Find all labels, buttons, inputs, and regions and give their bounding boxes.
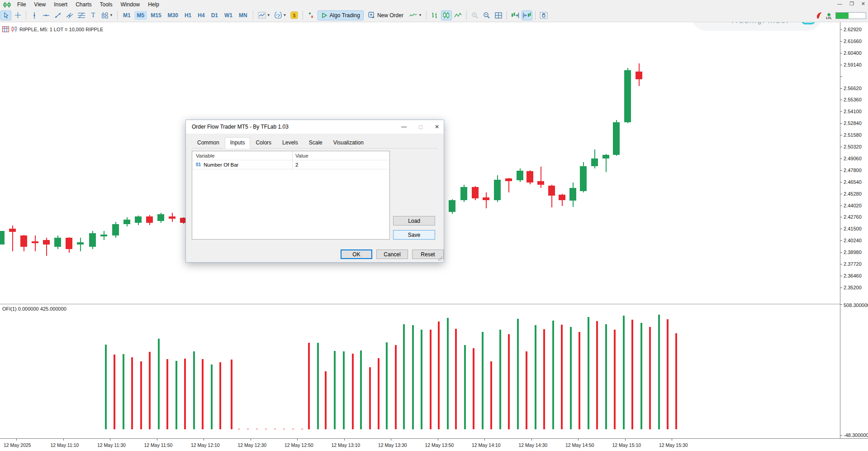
- tab-common[interactable]: Common: [192, 137, 225, 149]
- menu-item-file[interactable]: File: [13, 0, 30, 9]
- menu-item-charts[interactable]: Charts: [71, 0, 95, 9]
- chart-template-button[interactable]: ▼: [256, 10, 272, 20]
- indicator-bar: [166, 359, 168, 429]
- indicator-bar: [649, 327, 651, 429]
- screenshot-button[interactable]: [538, 10, 549, 20]
- time-label: 12 May 11:10: [51, 442, 79, 448]
- inputs-table[interactable]: Variable Value 01 Number Of Bar 2: [192, 151, 390, 240]
- indicator-scale-top-label: 508.300000: [844, 302, 868, 308]
- auto-scroll-icon: [523, 12, 531, 19]
- svg-text:$: $: [293, 13, 295, 18]
- dialog-title-bar[interactable]: Order Flow Trader MT5 - By TFLab 1.03 — …: [186, 120, 444, 134]
- indicator-bar: [517, 319, 519, 429]
- tab-scale[interactable]: Scale: [304, 137, 328, 149]
- input-row-variable[interactable]: 01 Number Of Bar: [196, 160, 238, 169]
- tab-colors[interactable]: Colors: [250, 137, 277, 149]
- price-label: 2.51580: [844, 132, 862, 138]
- timeframe-group: M1M5M15M30H1H4D1W1MN: [120, 11, 251, 20]
- toolbar-separator: [303, 11, 303, 20]
- indicator-bar: [508, 334, 510, 429]
- indicator-bar: [473, 348, 474, 429]
- pane-splitter[interactable]: [0, 304, 840, 304]
- menu-item-tools[interactable]: Tools: [96, 0, 117, 9]
- algo-trading-button[interactable]: Algo Trading: [318, 10, 364, 20]
- menu-item-view[interactable]: View: [30, 0, 50, 9]
- restore-button[interactable]: ❐: [849, 1, 854, 7]
- resize-grip[interactable]: [438, 256, 442, 261]
- ok-button[interactable]: OK: [341, 249, 372, 259]
- zoom-out-button[interactable]: [481, 10, 492, 20]
- auto-scroll-button[interactable]: [522, 10, 532, 20]
- price-tick: [840, 77, 842, 77]
- timeframe-d1[interactable]: D1: [209, 11, 221, 20]
- lvl-badge[interactable]: ◈ LVL: [826, 12, 832, 19]
- price-tick: [840, 100, 842, 100]
- indicator-bar: [675, 333, 677, 430]
- cursor-icon: [3, 12, 9, 19]
- indicator-bar: [231, 360, 232, 430]
- dialog-close-button[interactable]: ✕: [435, 124, 439, 130]
- toolbar: T ▼ M1M5M15M30H1H4D1W1MN ▼ ▼ $ Algo Trad…: [0, 9, 868, 22]
- chili-icon[interactable]: [816, 12, 822, 19]
- time-tick: [204, 439, 204, 441]
- tab-inputs[interactable]: Inputs: [225, 137, 251, 149]
- currency-button[interactable]: $: [289, 10, 300, 20]
- time-label: 12 May 12:30: [238, 442, 267, 448]
- time-tick: [578, 439, 579, 441]
- indicator-properties-dialog: Order Flow Trader MT5 - By TFLab 1.03 — …: [185, 120, 444, 263]
- new-order-button[interactable]: New Order: [365, 10, 407, 20]
- timeframe-h1[interactable]: H1: [182, 11, 194, 20]
- minimize-button[interactable]: —: [837, 1, 842, 7]
- window-controls: — ❐ ✕: [837, 1, 865, 7]
- save-button[interactable]: Save: [393, 230, 435, 240]
- channel-tool-button[interactable]: [64, 10, 75, 20]
- timeframe-w1[interactable]: W1: [222, 11, 235, 20]
- indicators-button[interactable]: ▼: [273, 10, 288, 20]
- new-order-icon: [368, 12, 375, 19]
- timeframe-m1[interactable]: M1: [120, 11, 133, 20]
- dialog-minimize-button[interactable]: —: [401, 124, 407, 130]
- candles-mode-button[interactable]: [441, 10, 452, 20]
- menu-item-insert[interactable]: Insert: [50, 0, 71, 9]
- price-axis[interactable]: 2.629202.616602.604002.591402.566202.553…: [840, 22, 868, 451]
- input-row-value[interactable]: 2: [295, 160, 298, 169]
- shapes-tool-button[interactable]: ▼: [100, 10, 114, 20]
- timeframe-m15[interactable]: M15: [148, 11, 164, 20]
- chevron-down-icon: ▼: [418, 13, 422, 17]
- indicator-bar: [140, 361, 142, 429]
- tab-levels[interactable]: Levels: [277, 137, 304, 149]
- zoom-in-button[interactable]: [470, 10, 480, 20]
- close-button[interactable]: ✕: [861, 1, 865, 7]
- buy-sell-arrows-button[interactable]: [306, 10, 317, 20]
- price-tick: [840, 182, 842, 182]
- time-axis[interactable]: 12 May 202512 May 11:1012 May 11:3012 Ma…: [0, 438, 868, 451]
- horizontal-line-tool-button[interactable]: [41, 10, 52, 20]
- load-button[interactable]: Load: [393, 216, 435, 226]
- indicator-bar: [499, 330, 501, 429]
- tile-windows-button[interactable]: [493, 10, 504, 20]
- bar-chart-mode-button[interactable]: [429, 10, 440, 20]
- menu-item-help[interactable]: Help: [144, 0, 163, 9]
- cancel-button[interactable]: Cancel: [376, 249, 408, 259]
- chart-shift-button[interactable]: [510, 10, 521, 20]
- draw-wave-button[interactable]: ▼: [408, 10, 423, 20]
- cursor-tool-button[interactable]: [0, 10, 11, 20]
- dialog-maximize-button[interactable]: ◻: [418, 124, 423, 130]
- text-tool-button[interactable]: T: [88, 10, 99, 20]
- horizontal-line-icon: [43, 12, 50, 19]
- indicator-bar: [149, 352, 151, 429]
- indicator-pane[interactable]: OFI(1) 0.000000 425.000000: [0, 304, 840, 438]
- timeframe-m30[interactable]: M30: [165, 11, 181, 20]
- candle-wick: [486, 192, 487, 208]
- tab-visualization[interactable]: Visualization: [328, 137, 369, 149]
- line-mode-button[interactable]: [453, 10, 464, 20]
- timeframe-mn[interactable]: MN: [236, 11, 250, 20]
- trendline-tool-button[interactable]: [52, 10, 63, 20]
- vertical-line-tool-button[interactable]: [29, 10, 40, 20]
- crosshair-tool-button[interactable]: [12, 10, 23, 20]
- timeframe-h4[interactable]: H4: [195, 11, 207, 20]
- timeframe-m5[interactable]: M5: [134, 11, 147, 20]
- menu-item-window[interactable]: Window: [117, 0, 144, 9]
- time-label: 12 May 12:50: [285, 442, 313, 448]
- fibonacci-tool-button[interactable]: [76, 10, 87, 20]
